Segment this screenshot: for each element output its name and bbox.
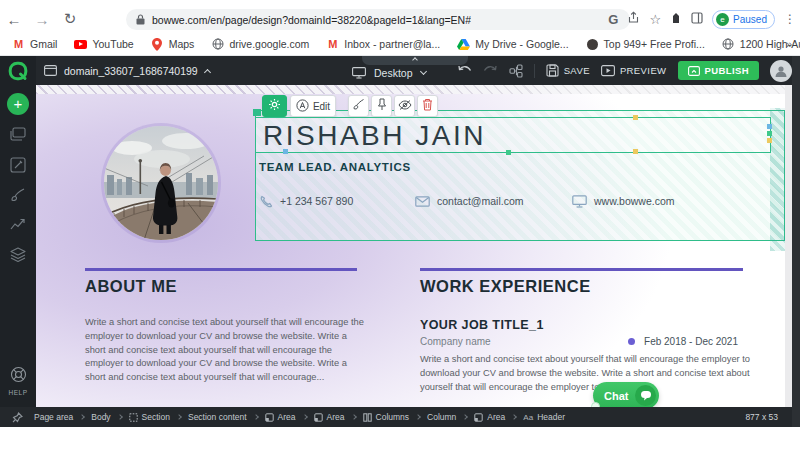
out-of-page-hatch <box>36 85 785 94</box>
eye-off-icon <box>398 97 412 115</box>
preview-button[interactable]: PREVIEW <box>601 65 667 77</box>
delete-element-button[interactable] <box>417 95 438 117</box>
publish-button[interactable]: PUBLISH <box>678 61 760 80</box>
company-name[interactable]: Company name <box>420 336 491 347</box>
help-button[interactable]: HELP <box>0 366 36 396</box>
browser-nav-row: ← → ↻ bowwe.com/en/page/design?domainId=… <box>0 6 800 32</box>
vertical-scrollbar[interactable] <box>792 56 800 427</box>
stats-icon[interactable] <box>10 217 26 235</box>
profile-badge[interactable]: e Paused <box>712 10 775 29</box>
bookmarks-overflow-icon[interactable]: » <box>786 34 792 54</box>
element-settings-button[interactable] <box>262 95 287 117</box>
breadcrumb-header[interactable]: Aa Header <box>523 412 565 422</box>
resize-handle[interactable] <box>633 115 638 120</box>
site-name: domain_33607_1686740199 <box>64 65 198 77</box>
content-editor-icon[interactable] <box>10 157 26 177</box>
resize-handle[interactable] <box>767 138 772 143</box>
forward-icon[interactable]: → <box>28 11 56 28</box>
breadcrumb-area[interactable]: Area <box>314 412 345 422</box>
chat-label: Chat <box>604 390 628 402</box>
style-brush-button[interactable] <box>348 95 369 117</box>
about-body[interactable]: Write a short and concise text about you… <box>85 316 364 385</box>
bookmark-my-drive[interactable]: My Drive - Google... <box>457 38 568 51</box>
caret-down-icon <box>419 67 426 74</box>
bookmark-maps[interactable]: Maps <box>151 38 195 51</box>
breadcrumb-section-content[interactable]: Section content <box>188 412 247 422</box>
refresh-icon[interactable]: ↻ <box>56 10 84 28</box>
add-element-button[interactable]: + <box>7 93 29 115</box>
url-text[interactable]: bowwe.com/en/page/design?domainId=38220&… <box>152 14 471 26</box>
globe-icon <box>722 38 735 51</box>
bookmark-star-icon[interactable]: ☆ <box>649 12 661 27</box>
bookmark-drive-site[interactable]: drive.google.com <box>211 38 309 51</box>
design-canvas[interactable]: Edit RISHABH JAIN <box>36 85 785 407</box>
extension-icon[interactable] <box>670 10 682 28</box>
resize-handle[interactable] <box>767 131 772 136</box>
menu-dots-icon[interactable]: ⋮ <box>784 12 796 26</box>
bookmarks-bar: M Gmail YouTube Maps drive.google.com <box>0 34 800 54</box>
chevron-up-icon <box>204 68 211 75</box>
breadcrumb-page-area[interactable]: Page area <box>34 412 73 422</box>
resize-handle[interactable] <box>506 150 511 155</box>
work-job-title[interactable]: YOUR JOB TITLE_1 <box>420 318 544 332</box>
breadcrumb-body[interactable]: Body <box>91 412 110 422</box>
resume-job-title[interactable]: TEAM LEAD. ANALYTICS <box>259 161 411 173</box>
user-avatar[interactable] <box>770 60 792 82</box>
chevron-right-icon <box>79 414 85 420</box>
undo-icon[interactable] <box>457 65 472 76</box>
bookmark-top-profiles[interactable]: Top 949+ Free Profi... <box>586 38 705 51</box>
work-heading[interactable]: WORK EXPERIENCE <box>420 277 591 296</box>
pin-breadcrumb-icon[interactable] <box>0 412 34 423</box>
device-selector[interactable]: Desktop <box>352 56 426 85</box>
browser-actions: G ☆ e Paused ⋮ <box>608 6 796 32</box>
layers-icon[interactable] <box>10 247 26 266</box>
hide-element-button[interactable] <box>394 95 415 117</box>
breadcrumb-columns[interactable]: Columns <box>363 412 410 422</box>
website-contact[interactable]: www.bowwe.com <box>572 193 675 209</box>
selection-size-label: 877 x 53 <box>745 412 778 422</box>
bookmark-youtube[interactable]: YouTube <box>74 38 133 51</box>
gmail-icon: M <box>326 38 339 51</box>
window-icon <box>44 65 57 76</box>
google-g-icon[interactable]: G <box>608 12 618 27</box>
bookmark-gmail[interactable]: M Gmail <box>12 38 57 51</box>
address-bar[interactable]: bowwe.com/en/page/design?domainId=38220&… <box>126 9 630 30</box>
back-icon[interactable]: ← <box>0 11 28 28</box>
breadcrumb-area[interactable]: Area <box>474 412 505 422</box>
date-range[interactable]: Feb 2018 - Dec 2021 <box>644 336 738 347</box>
work-body[interactable]: Write a short and concise text about you… <box>420 353 767 394</box>
preview-label: PREVIEW <box>620 65 667 76</box>
breadcrumb-area[interactable]: Area <box>265 412 296 422</box>
redo-icon[interactable] <box>483 65 498 76</box>
edit-text-button[interactable]: Edit <box>290 95 336 117</box>
structure-icon[interactable] <box>509 64 523 78</box>
breadcrumb-section[interactable]: Section <box>129 412 170 422</box>
chevron-right-icon <box>511 414 517 420</box>
area-icon <box>474 413 483 422</box>
save-button[interactable]: SAVE <box>546 64 590 77</box>
resume-name[interactable]: RISHABH JAIN <box>263 118 486 153</box>
bowwe-logo[interactable] <box>0 56 36 85</box>
bottom-strip <box>0 427 800 449</box>
resize-handle[interactable] <box>283 149 288 154</box>
site-switcher[interactable]: domain_33607_1686740199 <box>44 56 210 85</box>
email-icon <box>415 196 430 207</box>
resize-handle[interactable] <box>767 124 772 129</box>
side-panel-icon[interactable] <box>691 10 703 28</box>
selection-corner-chip <box>253 109 261 116</box>
about-heading[interactable]: ABOUT ME <box>85 277 177 296</box>
breadcrumb-column[interactable]: Column <box>427 412 456 422</box>
name-textbox[interactable]: RISHABH JAIN <box>255 117 771 153</box>
profile-photo[interactable] <box>104 126 218 240</box>
chevron-right-icon <box>415 414 421 420</box>
brush-icon[interactable] <box>10 187 26 207</box>
save-icon <box>546 64 559 77</box>
chat-button[interactable]: Chat <box>593 382 659 407</box>
pin-element-button[interactable] <box>371 95 392 117</box>
resize-handle[interactable] <box>633 149 638 154</box>
phone-contact[interactable]: +1 234 567 890 <box>260 193 353 209</box>
email-contact[interactable]: contact@mail.com <box>415 193 524 209</box>
share-icon[interactable] <box>627 10 640 28</box>
pages-icon[interactable] <box>10 127 26 145</box>
bookmark-inbox[interactable]: M Inbox - partner@la... <box>326 38 440 51</box>
